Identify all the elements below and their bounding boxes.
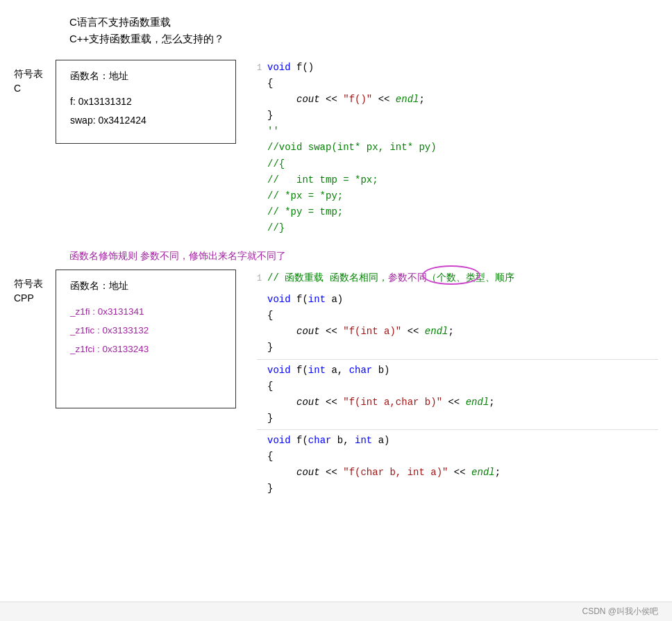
cpp-block-2: void f(int a, char b) { cout << "f(int a… (257, 363, 658, 427)
c-symbol-box: 函数名：地址 f: 0x13131312 swap: 0x3412424 (56, 60, 236, 144)
cpp-code-block: 1 // 函数重载 函数名相同， 参数不同 （个数、类型、顺序 void f(i… (257, 270, 658, 499)
c-label-block: 符号表 C (14, 60, 56, 96)
title-section: C语言不支持函数重载 C++支持函数重载，怎么支持的？ (69, 14, 658, 47)
cpp-separator-1 (257, 359, 658, 360)
c-code-line-4: } (257, 108, 658, 124)
c-code-line-7: //{ (257, 156, 658, 172)
c-code-line-2: { (257, 76, 658, 92)
c-entry-0: f: 0x13131312 (70, 92, 221, 111)
annotation-text: 函数名修饰规则 参数不同，修饰出来名字就不同了 (69, 250, 286, 263)
footer-text: CSDN @叫我小侯吧 (582, 606, 658, 618)
overload-banner: 1 // 函数重载 函数名相同， 参数不同 （个数、类型、顺序 (257, 270, 658, 286)
c-code-line-9: // *px = *py; (257, 188, 658, 204)
c-code-line-5: '' (257, 124, 658, 140)
title-line-1: C语言不支持函数重载 (69, 14, 658, 31)
c-entry-1: swap: 0x3412424 (70, 111, 221, 130)
cpp-block-3: void f(char b, int a) { cout << "f(char … (257, 433, 658, 497)
c-code-line-1: 1 void f() (257, 60, 658, 76)
c-code-line-8: // int tmp = *px; (257, 172, 658, 188)
annotation-section: 函数名修饰规则 参数不同，修饰出来名字就不同了 (14, 250, 658, 263)
footer: CSDN @叫我小侯吧 (0, 602, 672, 621)
cpp-block-1: void f(int a) { cout << "f(int a)" << en… (257, 292, 658, 356)
cpp-entry-0: _z1fi : 0x3131341 (70, 302, 221, 321)
cpp-entry-2: _z1fci : 0x3133243 (70, 340, 221, 358)
c-code-line-6: //void swap(int* px, int* py) (257, 140, 658, 156)
cpp-box-title: 函数名：地址 (70, 280, 221, 292)
cpp-symbol-box: 函数名：地址 _z1fi : 0x3131341 _z1fic : 0x3133… (56, 270, 236, 408)
cpp-lang-label: CPP (14, 291, 34, 306)
c-code-line-10: // *py = tmp; (257, 204, 658, 220)
c-code-block: 1 void f() { cout << "f()" << endl ; } (257, 60, 658, 236)
cpp-separator-2 (257, 429, 658, 430)
c-lang-label: C (14, 81, 21, 96)
title-line-2: C++支持函数重载，怎么支持的？ (69, 31, 658, 47)
c-code-line-11: //} (257, 220, 658, 236)
c-symbol-label: 符号表 (14, 67, 43, 81)
cpp-symbol-label: 符号表 (14, 276, 43, 291)
cpp-label-block: 符号表 CPP (14, 270, 56, 306)
c-code-line-3: cout << "f()" << endl ; (257, 92, 658, 108)
section-c: 符号表 C 函数名：地址 f: 0x13131312 swap: 0x34124… (14, 60, 658, 236)
c-box-title: 函数名：地址 (70, 70, 221, 83)
section-cpp: 符号表 CPP 函数名：地址 _z1fi : 0x3131341 _z1fic … (14, 270, 658, 499)
cpp-entry-1: _z1fic : 0x3133132 (70, 321, 221, 340)
